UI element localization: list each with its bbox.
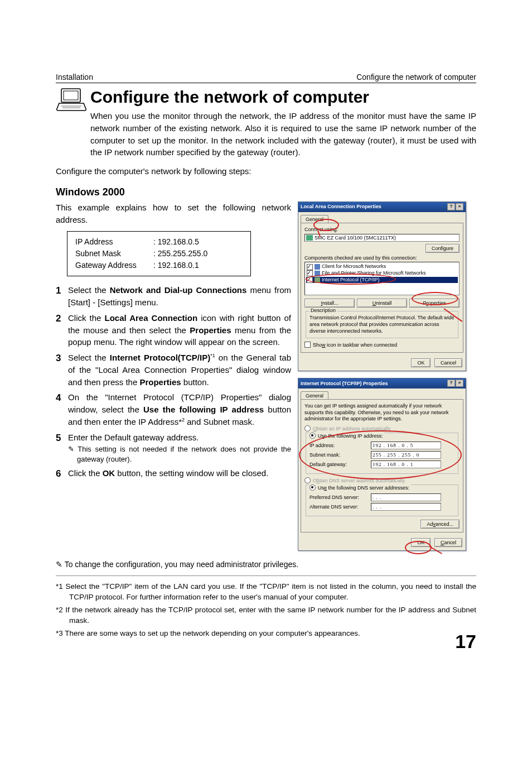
dlg2-dns-fieldset: Use the following DNS server addresses: …: [306, 484, 458, 516]
install-button[interactable]: IInstall...nstall...: [304, 299, 355, 308]
ok-button[interactable]: OK: [411, 538, 431, 547]
service-icon: [315, 271, 320, 276]
radio-icon[interactable]: [304, 425, 311, 431]
dlg2-footer: OK Cancel: [298, 535, 466, 550]
list-item-selected[interactable]: Internet Protocol (TCP/IP): [306, 277, 458, 284]
dlg2-gw-row: Default gateway: 192 . 168 . 0 . 1: [309, 460, 454, 468]
dlg2-titlebar: Internet Protocol (TCP/IP) Properties ?×: [298, 378, 466, 388]
dlg1-footer: OK Cancel: [298, 355, 466, 371]
footnote-1: *1 Select the "TCP/IP" item of the LAN c…: [56, 582, 476, 603]
svg-rect-1: [64, 91, 78, 100]
close-icon[interactable]: ×: [456, 380, 463, 387]
dlg2-ip-fieldset: Use the following IP address: IP address…: [306, 433, 458, 474]
example-lead: This example explains how to set the fol…: [56, 202, 291, 226]
divider: [56, 575, 476, 576]
dialog-tcpip-properties: Internet Protocol (TCP/IP) Properties ?×…: [298, 378, 466, 551]
dlg2-radio-auto-ip[interactable]: Obtain an IP address automatically: [304, 425, 460, 431]
addr-mask-value: : 255.255.255.0: [153, 248, 207, 260]
addr-row-mask: Subnet Mask : 255.255.255.0: [75, 248, 243, 260]
left-column: This example explains how to set the fol…: [56, 202, 291, 483]
client-icon: [315, 264, 320, 270]
dlg2-radio-auto-dns: Obtain DNS server address automatically: [304, 477, 460, 483]
addr-gw-label: Gateway Address: [75, 260, 153, 271]
page: Installation Configure the network of co…: [0, 0, 532, 675]
dlg1-titlebar: Local Area Connection Properties ?×: [298, 202, 466, 212]
running-header: Installation Configure the network of co…: [56, 73, 476, 83]
footnotes: *1 Select the "TCP/IP" item of the LAN c…: [56, 582, 476, 639]
dlg1-nic: SMC EZ Card 10/100 (SMC1211TX): [306, 235, 396, 241]
radio-icon[interactable]: [309, 433, 316, 439]
header-left: Installation: [56, 73, 93, 81]
protocol-icon: [315, 277, 320, 283]
addr-gw-value: : 192.168.0.1: [153, 260, 199, 271]
cancel-button[interactable]: Cancel: [434, 538, 462, 547]
dlg1-nic-dropdown[interactable]: SMC EZ Card 10/100 (SMC1211TX): [304, 234, 460, 242]
advanced-button[interactable]: Advanced...: [420, 520, 460, 529]
main-two-column: This example explains how to set the fol…: [56, 202, 476, 551]
ok-button[interactable]: OK: [411, 358, 431, 367]
dlg1-window-controls: ?×: [447, 203, 463, 210]
properties-button[interactable]: Properties: [409, 299, 460, 308]
dlg2-pref-dns-row: Preferred DNS server: . . .: [309, 493, 454, 501]
list-item[interactable]: Client for Microsoft Networks: [306, 263, 458, 270]
ip-address-input[interactable]: 192 . 168 . 0 . 5: [371, 442, 441, 449]
radio-icon[interactable]: [309, 484, 316, 491]
footnote-3: *3 There are some ways to set up the net…: [56, 629, 476, 639]
dlg2-window-controls: ?×: [447, 380, 463, 387]
close-icon[interactable]: ×: [456, 203, 463, 210]
footnote-2: *2 If the network already has the TCP/IP…: [56, 605, 476, 626]
dlg1-desc-text: Transmission Control Protocol/Internet P…: [309, 315, 454, 334]
checkbox-icon[interactable]: [304, 342, 311, 348]
addr-row-gw: Gateway Address : 192.168.0.1: [75, 260, 243, 271]
laptop-icon: [56, 88, 87, 112]
dlg1-desc-legend: Description: [309, 308, 337, 313]
uninstall-button[interactable]: Uninstall: [357, 299, 407, 308]
right-column: Local Area Connection Properties ?× Gene…: [298, 202, 476, 551]
help-icon[interactable]: ?: [447, 203, 455, 210]
step-5-note: This setting is not needed if the networ…: [68, 444, 291, 464]
cancel-button[interactable]: Cancel: [434, 358, 462, 367]
dlg1-components-listbox[interactable]: Client for Microsoft Networks File and P…: [304, 262, 460, 295]
dlg1-description-fieldset: Description Transmission Control Protoco…: [306, 311, 458, 338]
page-title: Configure the network of computer: [90, 88, 476, 107]
dlg2-title: Internet Protocol (TCP/IP) Properties: [301, 381, 388, 386]
list-item[interactable]: File and Printer Sharing for Microsoft N…: [306, 270, 458, 277]
step-1: Select the Network and Dial-up Connectio…: [56, 284, 291, 309]
address-box: IP Address : 192.168.0.5 Subnet Mask : 2…: [67, 231, 251, 276]
dlg2-blurb: You can get IP settings assigned automat…: [304, 403, 460, 422]
default-gateway-input[interactable]: 192 . 168 . 0 . 1: [371, 460, 441, 468]
nic-icon: [306, 235, 313, 241]
dlg1-configure-row: Configure: [304, 244, 460, 253]
title-and-intro: Configure the network of computer When y…: [90, 87, 476, 162]
dlg2-alt-dns-row: Alternate DNS server: . . .: [309, 503, 454, 511]
dlg2-radio-use-ip[interactable]: Use the following IP address:: [309, 433, 384, 439]
dlg2-body: You can get IP settings assigned automat…: [301, 399, 463, 532]
dlg1-tabstrip: General: [298, 212, 466, 223]
configure-button[interactable]: Configure: [425, 244, 460, 253]
addr-row-ip: IP Address : 192.168.0.5: [75, 236, 243, 248]
radio-icon: [304, 477, 311, 483]
addr-mask-label: Subnet Mask: [75, 248, 153, 260]
preferred-dns-input[interactable]: . . .: [371, 493, 441, 501]
dlg1-button-row: IInstall...nstall... Uninstall Propertie…: [304, 299, 460, 308]
intro-paragraph: When you use the monitor through the net…: [90, 110, 476, 159]
step-4: On the "Internet Protocol (TCP/IP) Prope…: [56, 391, 291, 428]
addr-ip-value: : 192.168.0.5: [153, 236, 199, 248]
dlg2-tab-general[interactable]: General: [301, 391, 328, 400]
step-5: Enter the Default gateway address. This …: [56, 431, 291, 464]
step-2: Click the Local Area Connection icon wit…: [56, 312, 291, 348]
dlg1-title: Local Area Connection Properties: [301, 204, 381, 209]
title-block: Configure the network of computer When y…: [56, 87, 476, 162]
page-number: 17: [455, 631, 476, 653]
dlg2-radio-use-dns[interactable]: Use the following DNS server addresses:: [309, 484, 411, 491]
dlg2-advanced-row: Advanced...: [304, 520, 460, 529]
dlg1-body: Connect using: SMC EZ Card 10/100 (SMC12…: [301, 223, 463, 353]
dlg1-components-label: Components checked are used by this conn…: [304, 255, 460, 261]
dlg1-tab-general[interactable]: General: [301, 215, 328, 223]
checkbox-icon[interactable]: [307, 277, 313, 283]
dlg1-show-icon-check[interactable]: Show icon in taskbar when connected: [304, 342, 460, 348]
help-icon[interactable]: ?: [447, 380, 455, 387]
alternate-dns-input[interactable]: . . .: [371, 503, 441, 511]
subnet-mask-input[interactable]: 255 . 255 . 255 . 0: [371, 451, 441, 459]
dlg2-mask-row: Subnet mask: 255 . 255 . 255 . 0: [309, 451, 454, 459]
